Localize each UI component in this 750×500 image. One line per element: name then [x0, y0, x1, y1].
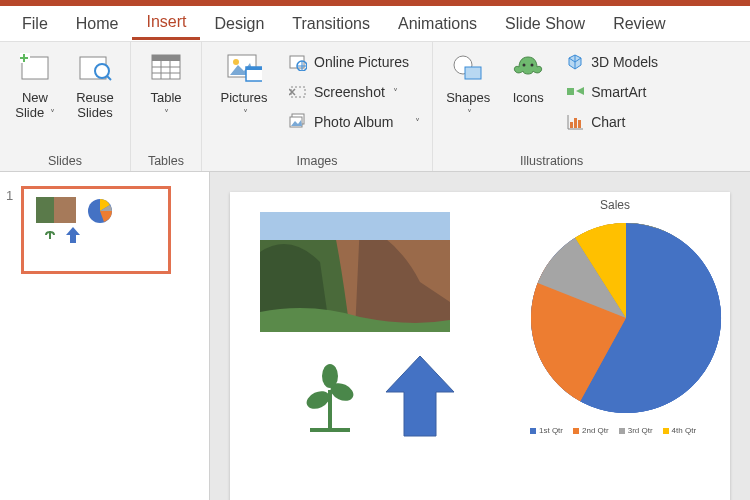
pictures-icon [226, 50, 262, 86]
shapes-button[interactable]: Shapes˅ [439, 46, 497, 138]
photo-album-button[interactable]: Photo Album ˅ [282, 108, 426, 136]
chart-title[interactable]: Sales [600, 198, 630, 212]
svg-rect-28 [567, 88, 574, 95]
online-pictures-icon [288, 52, 308, 72]
inserted-icon-plant[interactable] [300, 362, 360, 432]
smartart-label: SmartArt [591, 84, 646, 100]
chart-button[interactable]: Chart [559, 108, 664, 136]
tab-file[interactable]: File [8, 9, 62, 39]
reuse-slides-button[interactable]: Reuse Slides [66, 46, 124, 138]
screenshot-icon [288, 82, 308, 102]
svg-rect-32 [574, 118, 577, 128]
icons-button[interactable]: Icons [499, 46, 557, 138]
svg-point-14 [233, 59, 239, 65]
smartart-button[interactable]: SmartArt [559, 78, 664, 106]
group-slides: New Slide ˅ Reuse Slides Slides [0, 42, 131, 171]
svg-line-6 [107, 76, 111, 80]
tab-home[interactable]: Home [62, 9, 133, 39]
3d-models-button[interactable]: 3D Models [559, 48, 664, 76]
group-tables-label: Tables [137, 151, 195, 171]
svg-rect-31 [570, 122, 573, 128]
ribbon-tabstrip: File Home Insert Design Transitions Anim… [0, 6, 750, 42]
svg-rect-25 [465, 67, 481, 79]
workspace: 1 [0, 172, 750, 500]
tab-design[interactable]: Design [200, 9, 278, 39]
icons-label: Icons [513, 90, 544, 105]
reuse-slides-label: Reuse Slides [68, 90, 122, 120]
svg-rect-8 [152, 55, 180, 61]
slide-canvas[interactable]: Sales [230, 192, 730, 500]
svg-rect-35 [54, 197, 76, 223]
chart-label: Chart [591, 114, 625, 130]
slide-thumbnail-1[interactable] [21, 186, 171, 274]
shapes-icon [450, 50, 486, 86]
group-illustrations: Shapes˅ Icons 3D Models SmartArt Chart [433, 42, 670, 171]
table-label: Table˅ [150, 90, 181, 121]
chart-legend: 1st Qtr 2nd Qtr 3rd Qtr 4th Qtr [530, 426, 696, 435]
inserted-picture[interactable] [260, 212, 450, 332]
reuse-slides-icon [77, 50, 113, 86]
table-icon [148, 50, 184, 86]
online-pictures-label: Online Pictures [314, 54, 409, 70]
svg-rect-21 [291, 87, 305, 97]
new-slide-label: New Slide ˅ [8, 90, 62, 121]
new-slide-icon [17, 50, 53, 86]
svg-point-42 [322, 364, 338, 388]
svg-rect-16 [246, 67, 262, 70]
svg-point-26 [523, 64, 526, 67]
slide-editor-area[interactable]: Sales [210, 172, 750, 500]
slide-thumbnail-panel: 1 [0, 172, 210, 500]
svg-rect-33 [578, 120, 581, 128]
svg-rect-38 [260, 212, 450, 240]
screenshot-button[interactable]: Screenshot˅ [282, 78, 426, 106]
3d-models-icon [565, 52, 585, 72]
group-images: Pictures˅ Online Pictures Screenshot˅ Ph… [202, 42, 433, 171]
new-slide-button[interactable]: New Slide ˅ [6, 46, 64, 138]
ribbon: New Slide ˅ Reuse Slides Slides Table˅ T… [0, 42, 750, 172]
pictures-label: Pictures˅ [221, 90, 268, 121]
svg-point-5 [95, 64, 109, 78]
thumbnail-number: 1 [6, 186, 13, 274]
table-button[interactable]: Table˅ [137, 46, 195, 138]
online-pictures-button[interactable]: Online Pictures [282, 48, 426, 76]
screenshot-label: Screenshot [314, 84, 385, 100]
shapes-label: Shapes˅ [446, 90, 490, 121]
group-slides-label: Slides [6, 151, 124, 171]
tab-slide-show[interactable]: Slide Show [491, 9, 599, 39]
pictures-button[interactable]: Pictures˅ [208, 46, 280, 138]
tab-insert[interactable]: Insert [132, 7, 200, 40]
group-tables: Table˅ Tables [131, 42, 202, 171]
tab-transitions[interactable]: Transitions [278, 9, 384, 39]
chart-icon [565, 112, 585, 132]
svg-point-40 [304, 388, 333, 413]
tab-review[interactable]: Review [599, 9, 679, 39]
svg-point-27 [531, 64, 534, 67]
inserted-shape-arrow[interactable] [380, 352, 460, 442]
icons-icon [510, 50, 546, 86]
3d-models-label: 3D Models [591, 54, 658, 70]
photo-album-label: Photo Album [314, 114, 393, 130]
tab-animations[interactable]: Animations [384, 9, 491, 39]
photo-album-icon [288, 112, 308, 132]
group-images-label: Images [208, 151, 426, 171]
smartart-icon [565, 82, 585, 102]
group-illustrations-label: Illustrations [439, 151, 664, 171]
